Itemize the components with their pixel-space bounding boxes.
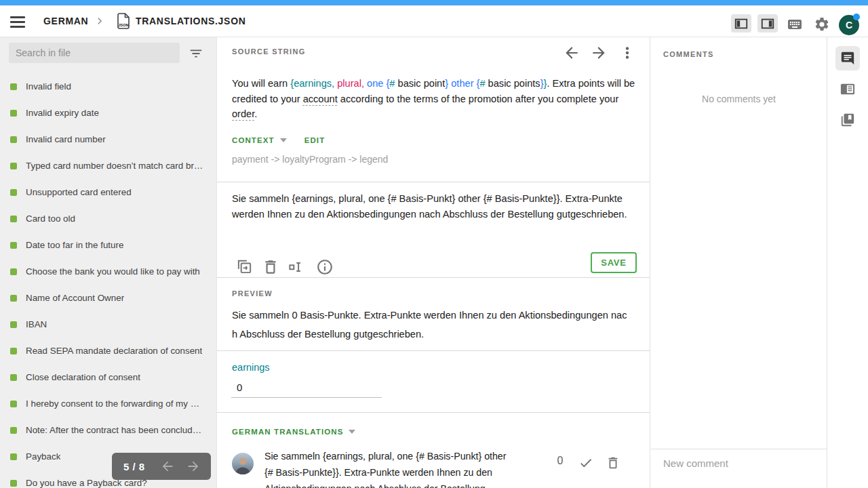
source-token: . <box>254 108 257 119</box>
sidebar-key-item[interactable]: Typed card number doesn’t match card br… <box>0 152 217 179</box>
sidebar-key-item[interactable]: Name of Account Owner <box>0 285 217 311</box>
source-string-text: You will earn {earnings, plural, one {# … <box>232 76 636 122</box>
sidebar-key-label: Invalid card number <box>26 134 106 144</box>
sidebar-key-item[interactable]: Invalid expiry date <box>0 100 217 126</box>
divider <box>217 350 650 351</box>
translated-status-icon <box>10 242 17 249</box>
context-dropdown[interactable]: CONTEXT <box>232 136 275 144</box>
preview-param-input[interactable] <box>231 378 382 398</box>
pagination-overlay: 5 / 8 <box>112 453 211 480</box>
sidebar-key-item[interactable]: Card too old <box>0 205 217 232</box>
translated-status-icon <box>10 136 17 143</box>
preview-line: h Abschluss der Bestellung gutgeschriebe… <box>232 325 639 344</box>
preview-text: Sie sammeln 0 Basis-Punkte. Extra-Punkte… <box>232 306 639 344</box>
copy-source-icon[interactable] <box>235 258 253 276</box>
comments-tab[interactable] <box>835 46 860 70</box>
sidebar-key-item[interactable]: Choose the bank you would like to pay wi… <box>0 258 217 285</box>
sidebar-key-item[interactable]: Read SEPA mandate declaration of consent <box>0 338 217 364</box>
breadcrumb-file[interactable]: TRANSLATIONS.JSON <box>136 5 246 37</box>
preview-label: PREVIEW <box>232 289 273 298</box>
pagination-forward-icon[interactable] <box>186 459 201 474</box>
suggestion-text[interactable]: Sie sammeln {earnings, plural, one {# Ba… <box>264 448 530 488</box>
top-accent-bar <box>0 0 868 5</box>
info-icon[interactable] <box>316 258 334 276</box>
approve-suggestion-icon[interactable] <box>578 455 593 470</box>
keyboard-icon[interactable] <box>787 16 803 33</box>
settings-gear-icon[interactable] <box>814 16 830 33</box>
translated-status-icon <box>10 480 17 487</box>
sidebar-key-item[interactable]: I hereby consent to the forwarding of my… <box>0 390 217 417</box>
pagination-label: 5 / 8 <box>123 461 145 472</box>
translated-status-icon <box>10 189 17 196</box>
translated-status-icon <box>10 110 17 117</box>
context-dropdown-icon[interactable] <box>280 138 287 142</box>
sidebar-key-item[interactable]: Unsupported card entered <box>0 179 217 205</box>
context-edit-button[interactable]: EDIT <box>304 136 326 144</box>
sidebar-key-label: I hereby consent to the forwarding of my… <box>26 399 199 409</box>
translation-editor[interactable]: Sie sammeln {earnings, plural, one {# Ba… <box>232 191 639 222</box>
sidebar-key-label: Date too far in the future <box>26 240 123 250</box>
sidebar-key-item[interactable]: Note: After the contract has been conclu… <box>0 417 217 443</box>
glossary-tab-icon <box>840 113 855 127</box>
suggestions-dropdown-icon[interactable] <box>349 430 355 434</box>
translated-status-icon <box>10 401 17 407</box>
suggestion-line: Sie sammeln {earnings, plural, one {# Ba… <box>264 448 530 464</box>
source-token: according to the terms of the promotion … <box>338 94 619 104</box>
next-string-icon[interactable] <box>590 44 608 62</box>
search-input[interactable] <box>9 47 180 58</box>
reader-mode-tab[interactable] <box>835 77 860 101</box>
select-text-icon[interactable] <box>287 258 304 276</box>
translated-status-icon <box>10 453 17 460</box>
sidebar-key-label: Unsupported card entered <box>26 187 132 197</box>
editor-panel: SOURCE STRING You will earn {earnings, p… <box>217 37 650 488</box>
divider <box>217 182 650 182</box>
comments-label: COMMENTS <box>663 50 714 58</box>
translated-status-icon <box>10 348 17 354</box>
sidebar-key-label: Invalid field <box>26 81 71 92</box>
delete-translation-icon[interactable] <box>262 258 279 276</box>
sidebar-key-label: Read SEPA mandate declaration of consent <box>26 346 202 356</box>
new-comment-input[interactable] <box>663 458 815 469</box>
translated-status-icon <box>10 163 17 169</box>
notification-dot <box>853 14 860 20</box>
more-options-icon[interactable] <box>618 44 636 62</box>
sidebar: Invalid fieldInvalid expiry dateInvalid … <box>0 37 217 488</box>
sidebar-key-label: Note: After the contract has been conclu… <box>26 425 201 435</box>
source-token: order <box>232 108 254 119</box>
translated-status-icon <box>10 374 17 381</box>
sidebar-key-item[interactable]: Date too far in the future <box>0 232 217 258</box>
sidebar-key-item[interactable]: IBAN <box>0 311 217 338</box>
source-token: } other { <box>445 78 479 89</box>
breadcrumb-project[interactable]: GERMAN <box>43 5 88 37</box>
source-token: basic points <box>486 78 540 89</box>
sidebar-key-item[interactable]: Close declaration of consent <box>0 364 217 390</box>
search-box <box>9 43 180 63</box>
toggle-left-panel-button[interactable] <box>731 14 751 33</box>
delete-suggestion-icon[interactable] <box>606 455 620 470</box>
comments-empty-text: No comments yet <box>651 94 827 104</box>
source-token: account <box>303 94 338 104</box>
preview-param-name: earnings <box>232 362 270 373</box>
sidebar-key-item[interactable]: Invalid field <box>0 73 217 100</box>
filter-icon[interactable] <box>189 46 203 61</box>
translated-status-icon <box>10 427 17 434</box>
source-token: basic point <box>395 78 445 89</box>
right-icon-rail <box>827 37 868 488</box>
sidebar-key-label: Typed card number doesn’t match card br… <box>26 161 203 171</box>
previous-string-icon[interactable] <box>563 44 580 62</box>
toggle-right-panel-button[interactable] <box>757 14 778 33</box>
sidebar-key-item[interactable]: Invalid card number <box>0 126 217 152</box>
panel-right-icon <box>760 16 775 31</box>
sidebar-key-label: Invalid expiry date <box>26 108 99 118</box>
save-button[interactable]: SAVE <box>591 252 637 273</box>
source-token: You will earn <box>232 78 290 89</box>
toolbar: GERMAN JSON TRANSLATIONS.JSON C <box>0 5 868 37</box>
suggestion-line: {# Basis-Punkte}}. Extra-Punkte werden I… <box>264 464 530 481</box>
menu-icon[interactable] <box>10 14 26 30</box>
glossary-tab[interactable] <box>835 108 860 132</box>
pagination-back-icon[interactable] <box>160 459 175 474</box>
preview-line: Sie sammeln 0 Basis-Punkte. Extra-Punkte… <box>232 306 639 325</box>
sidebar-key-label: IBAN <box>26 319 47 329</box>
sidebar-key-label: Name of Account Owner <box>26 293 124 303</box>
suggestions-label[interactable]: GERMAN TRANSLATIONS <box>232 428 343 436</box>
